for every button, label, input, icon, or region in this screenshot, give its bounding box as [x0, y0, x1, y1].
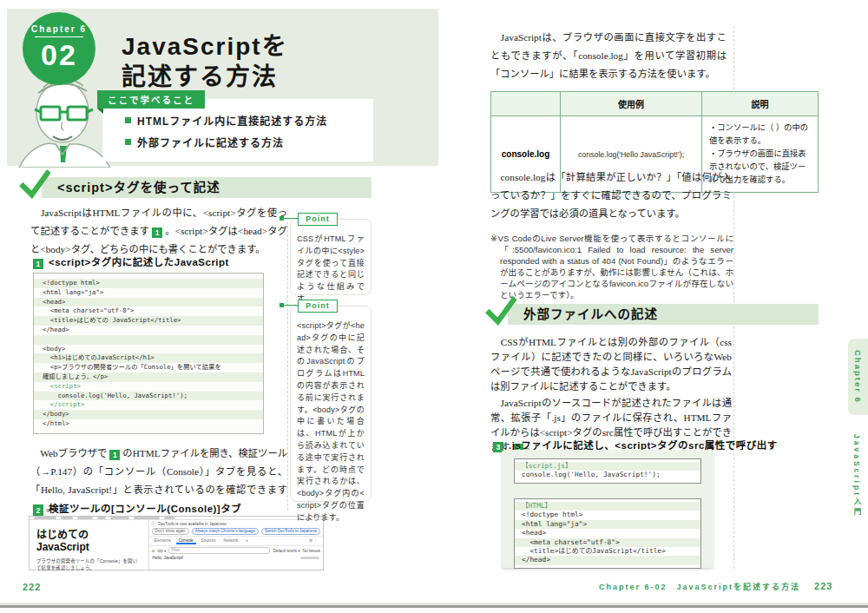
chapter-number-badge: Chapter 6 02	[23, 12, 95, 85]
console-output-row: Hello, JavaScript!	[149, 555, 323, 561]
browser-page-heading: はじめてのJavaScript	[36, 526, 141, 553]
chapter-side-tab: Chapter 6	[848, 339, 868, 415]
code-line: </script>	[34, 400, 263, 410]
chapter-side-subtitle: JavaScript入門	[852, 434, 862, 517]
code-line: console.log('Hello, JavaScript!');	[34, 392, 263, 401]
code-line: <title>はじめての JavaScript</title>	[34, 316, 263, 326]
figure1-caption-text: <script>タグ内に記述したJavaScript	[49, 257, 229, 267]
chapter-side-tab-label: Chapter 6	[853, 350, 863, 404]
page-title-line1: JavaScriptを	[122, 33, 288, 60]
console-output-text: Hello, JavaScript!	[153, 556, 184, 560]
paragraph: JavaScriptは、ブラウザの画面に直接文字を出すこともできますが、「con…	[490, 29, 727, 83]
point-text: CSSがHTMLファイルの中に<style>タグを使って直接記述できると同じよう…	[297, 234, 365, 306]
devtools-panel: ⓘ DevTools is now available in Japanese …	[148, 520, 323, 571]
console-filter-input: Filter	[168, 547, 270, 554]
tab-overflow-icon: »	[243, 537, 251, 544]
chapter-number: 02	[23, 37, 95, 72]
code-block-html-src: 【HTML】<!doctype html><html lang="ja"><he…	[514, 498, 701, 569]
point-box-2: Point <script>タグが<head>タグの中に記述された場合、そのJa…	[290, 306, 372, 502]
footer-right: Chapter 6-02 JavaScriptを記述する方法 223	[599, 581, 832, 592]
gear-icon: ⚙ ⋮	[306, 537, 320, 544]
table-header-description: 説明	[702, 92, 819, 116]
point-connector-icon	[282, 305, 298, 306]
paragraph: JavaScriptはHTMLファイルの中に、<script>タグを使って記述す…	[30, 204, 287, 259]
code-block-html: <!doctype html><html lang="ja"><head> <m…	[33, 273, 264, 434]
bullet-square-icon	[125, 117, 131, 123]
devtools-notice-text: DevTools is now available in Japanese	[158, 522, 227, 526]
tab-console: Console	[176, 537, 196, 544]
paragraph: CSSがHTMLファイルとは別の外部のファイル（cssファイル）に記述できたのと…	[490, 335, 732, 394]
glasses-right	[68, 107, 87, 120]
code-line: <meta charset="utf-8">	[34, 306, 263, 316]
point-box-1: Point CSSがHTMLファイルの中に<style>タグを使って直接記述でき…	[290, 219, 372, 295]
book-spread: Chapter 6 02 JavaScriptを 記述する方法 ここで学べること…	[0, 0, 868, 613]
book-page-edge	[0, 603, 868, 608]
table-header-empty	[491, 92, 561, 116]
code-line: </html>	[34, 419, 263, 429]
chapter-label: Chapter 6	[23, 24, 95, 34]
info-icon: ⓘ	[152, 521, 156, 526]
menu-placeholder	[61, 517, 73, 519]
code-line: <h1>はじめてのJavaScript</h1>	[34, 353, 263, 363]
section-heading-text: <script>タグを使って記述	[42, 177, 372, 198]
page-title-line2: 記述する方法	[122, 63, 278, 90]
code-line: </head>	[515, 556, 700, 564]
console-source-link	[300, 557, 319, 559]
figure-ref-badge-1: 1	[152, 227, 162, 238]
footnote: ※VS CodeのLive Server機能を使って表示するとコンソールに「:5…	[490, 233, 733, 300]
table-header-usage: 使用例	[561, 92, 702, 116]
code-block-scriptjs: 【script.js】console.log('Hello, JavaScrip…	[514, 458, 701, 484]
learn-item: 外部ファイルに記述する方法	[125, 135, 373, 149]
code-line: 【script.js】	[515, 462, 700, 471]
code-line: <!doctype html>	[515, 511, 700, 519]
devtools-notice-buttons: Don't show again Always match Chrome's l…	[149, 527, 323, 536]
code-line: <body>	[34, 345, 263, 354]
point-label: Point	[298, 213, 338, 226]
browser-screenshot: はじめてのJavaScript ブラウザの開発者ツールの「Console」を開い…	[29, 516, 324, 570]
switch-language-button: Switch DevTools to Japanese	[261, 528, 320, 535]
learn-item-label: 外部ファイルに記述する方法	[137, 135, 284, 149]
point-label: Point	[298, 300, 338, 313]
code-line: <script>	[34, 382, 263, 392]
paragraph: console.logは「計算結果が正しいか？」「値は何が入っているか？」をすぐ…	[490, 168, 732, 223]
section-heading-text: 外部ファイルへの記述	[508, 304, 819, 325]
menu-placeholder	[134, 517, 160, 519]
figure3-container: 【script.js】console.log('Hello, JavaScrip…	[502, 450, 713, 568]
menu-placeholder	[34, 517, 56, 519]
code-line: </body>	[34, 410, 263, 419]
browser-page-paragraph: ブラウザの開発者ツールの「Console」を開いて結果を確認しましょう。	[36, 557, 141, 571]
checkmark-icon	[19, 169, 50, 201]
code-line: <html lang="ja">	[34, 288, 263, 298]
checkmark-icon	[485, 296, 516, 327]
figure-ref-badge-1: 1	[109, 450, 120, 460]
description-bullet: ・コンソールに（ ）の中の値を表示する。	[709, 122, 811, 148]
code-line: </head>	[34, 326, 263, 335]
code-line: <head>	[515, 529, 700, 537]
code-line: 確認しましょう。</p>	[34, 372, 263, 382]
page-title: JavaScriptを 記述する方法	[122, 31, 288, 92]
face-illustration	[12, 72, 116, 168]
clear-console-icon: ⊘	[152, 549, 155, 553]
glasses-left	[41, 107, 60, 120]
bullet-square-icon	[125, 139, 131, 145]
tab-network: Network	[220, 537, 240, 544]
menu-placeholder	[97, 517, 106, 519]
context-selector: top ▾	[157, 549, 166, 553]
code-line: <html lang="ja">	[515, 520, 700, 529]
point-connector-icon	[282, 218, 298, 219]
browser-page-pane: はじめてのJavaScript ブラウザの開発者ツールの「Console」を開い…	[30, 520, 148, 571]
console-toolbar: ⊘ top ▾ Filter Default levels ▾ No Issue…	[149, 546, 323, 555]
learn-item: HTMLファイル内に直接記述する方法	[125, 113, 373, 128]
menu-placeholder	[164, 517, 174, 519]
learn-tag: ここで学べること	[97, 90, 205, 109]
tab-elements: Elements	[152, 537, 174, 544]
menu-placeholder	[110, 517, 129, 519]
learn-item-label: HTMLファイル内に直接記述する方法	[137, 113, 327, 128]
code-line: <!doctype html>	[34, 279, 263, 288]
figure2-caption-text: 検証ツールの[コンソール(Console)]タブ	[49, 504, 241, 514]
figure-badge-2: 2	[33, 505, 43, 516]
footer-chapter-text: Chapter 6-02 JavaScriptを記述する方法	[599, 581, 800, 592]
menu-placeholder	[77, 517, 93, 519]
figure-badge-1: 1	[33, 259, 43, 269]
page-number-right: 223	[814, 581, 832, 591]
